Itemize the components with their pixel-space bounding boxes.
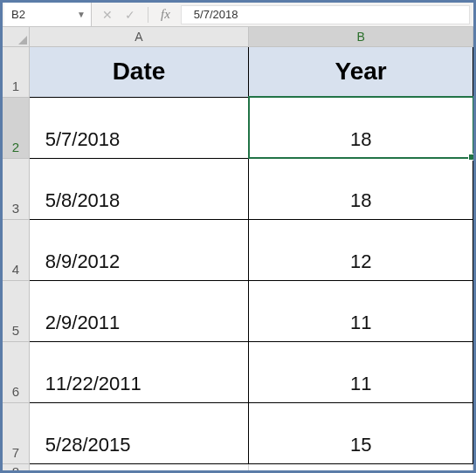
cell-b5[interactable]: 11	[249, 280, 473, 341]
name-box-value: B2	[11, 8, 77, 21]
row-header-6[interactable]: 6	[3, 341, 29, 402]
cell-a3[interactable]: 5/8/2018	[29, 158, 249, 219]
row-header-1[interactable]: 1	[3, 46, 29, 97]
header-cell-date[interactable]: Date	[29, 46, 249, 97]
row-header-4[interactable]: 4	[3, 219, 29, 280]
chevron-down-icon[interactable]: ▼	[77, 10, 86, 19]
formula-bar-text: 5/7/2018	[194, 8, 238, 21]
row-header-5[interactable]: 5	[3, 280, 29, 341]
cell-a7[interactable]: 5/28/2015	[29, 402, 249, 463]
spreadsheet-grid[interactable]: A B 1 Date Year 2 5/7/2018 18 3 5/8/2018…	[3, 27, 473, 470]
cell-b3[interactable]: 18	[249, 158, 473, 219]
cell-a6[interactable]: 11/22/2011	[29, 341, 249, 402]
row-header-3[interactable]: 3	[3, 158, 29, 219]
row-header-7[interactable]: 7	[3, 402, 29, 463]
row-header-8[interactable]: 8	[3, 463, 29, 470]
cell-a2[interactable]: 5/7/2018	[29, 97, 249, 158]
column-header-b[interactable]: B	[249, 27, 473, 46]
formula-bar-input[interactable]: 5/7/2018	[181, 5, 470, 24]
formula-bar-buttons: ✕ ✓ fx	[92, 3, 181, 26]
select-all-corner[interactable]	[3, 27, 29, 46]
row-header-2[interactable]: 2	[3, 97, 29, 158]
cell-b6[interactable]: 11	[249, 341, 473, 402]
formula-bar: B2 ▼ ✕ ✓ fx 5/7/2018	[3, 3, 473, 27]
fx-icon[interactable]: fx	[161, 8, 170, 21]
cell-b2[interactable]: 18	[249, 97, 473, 158]
cell-b8[interactable]	[249, 463, 473, 470]
cell-b4[interactable]: 12	[249, 219, 473, 280]
column-header-a[interactable]: A	[29, 27, 249, 46]
name-box[interactable]: B2 ▼	[4, 3, 92, 26]
cancel-icon[interactable]: ✕	[102, 9, 113, 21]
cell-a4[interactable]: 8/9/2012	[29, 219, 249, 280]
divider	[148, 7, 148, 23]
cell-a5[interactable]: 2/9/2011	[29, 280, 249, 341]
enter-icon[interactable]: ✓	[125, 9, 135, 21]
header-cell-year[interactable]: Year	[249, 46, 473, 97]
cell-b7[interactable]: 15	[249, 402, 473, 463]
cell-a8[interactable]	[29, 463, 249, 470]
